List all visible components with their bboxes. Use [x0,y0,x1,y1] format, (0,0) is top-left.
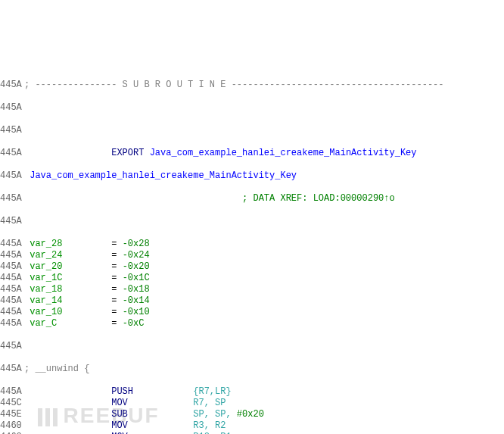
label-line: Java_com_example_hanlei_creakeme_MainAct… [24,170,504,182]
var-decl: 445A var_18 = -0x18 [0,284,504,295]
addr: 445A [0,250,24,261]
var-decl: 445A var_1C = -0x1C [0,273,504,284]
addr: 445A [0,341,24,352]
xref-comment: ; DATA XREF: LOAD:00000290↑o [24,193,504,205]
addr: 4460 [0,420,24,432]
instruction-line[interactable]: 4460 MOV R3, R2 [0,420,504,432]
addr: 445A [0,102,24,114]
var-decl: 445A var_10 = -0x10 [0,307,504,318]
addr: 445A [0,216,24,227]
disassembly-view[interactable]: 445A; --------------- S U B R O U T I N … [0,68,504,434]
addr: 445A [0,318,24,329]
instruction-line[interactable]: 445A PUSH {R7,LR} [0,386,504,398]
addr: 445A [0,261,24,273]
addr: 445A [0,307,24,318]
var-decl: 445A var_20 = -0x20 [0,261,504,273]
instruction-line[interactable]: 445E SUB SP, SP, #0x20 [0,409,504,420]
addr: 445A [0,170,24,182]
addr: 445A [0,125,24,136]
addr: 445A [0,193,24,205]
export-line: EXPORT Java_com_example_hanlei_creakeme_… [24,148,504,159]
addr: 445A [0,295,24,307]
var-decl: 445A var_14 = -0x14 [0,295,504,307]
addr: 445C [0,398,24,409]
addr: 445A [0,273,24,284]
addr: 445A [0,284,24,295]
var-decl: 445A var_24 = -0x24 [0,250,504,261]
addr: 445E [0,409,24,420]
addr: 445A [0,148,24,159]
var-decl: 445A var_28 = -0x28 [0,239,504,250]
banner: ; --------------- S U B R O U T I N E --… [24,80,504,91]
addr: 445A [0,239,24,250]
instruction-line[interactable]: 445C MOV R7, SP [0,398,504,409]
unwind-comment: ; __unwind { [24,364,504,375]
addr: 445A [0,364,24,375]
var-decl: 445A var_C = -0xC [0,318,504,329]
addr: 445A [0,386,24,398]
addr: 445A [0,80,24,91]
